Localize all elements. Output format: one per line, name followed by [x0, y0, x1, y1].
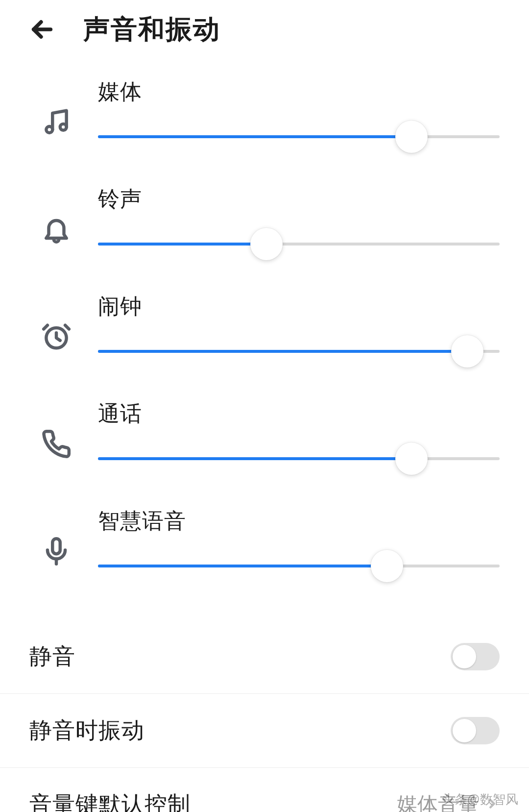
volume-key-default-label: 音量键默认控制 [29, 789, 191, 812]
alarm-clock-icon [29, 321, 83, 352]
slider-thumb[interactable] [371, 550, 403, 582]
alarm-volume-body: 闹钟 [83, 292, 500, 361]
media-volume-label: 媒体 [98, 77, 500, 106]
alarm-volume-row: 闹钟 [0, 283, 529, 391]
voice-assistant-volume-label: 智慧语音 [98, 507, 500, 536]
toggle-knob [453, 719, 476, 742]
slider-thumb[interactable] [250, 228, 283, 260]
settings-list: 静音 静音时振动 音量键默认控制 媒体音量 [0, 620, 529, 812]
sound-and-vibration-page: 声音和振动 媒体 铃声 [0, 0, 529, 812]
voice-assistant-volume-row: 智慧语音 [0, 498, 529, 605]
arrow-left-icon [29, 17, 55, 42]
music-note-icon [29, 107, 83, 137]
alarm-volume-label: 闹钟 [98, 292, 500, 321]
microphone-icon [29, 536, 83, 566]
volume-sliders-section: 媒体 铃声 闹钟 [0, 59, 529, 605]
media-volume-row: 媒体 [0, 69, 529, 176]
media-volume-slider[interactable] [98, 127, 500, 147]
svg-point-1 [46, 126, 52, 133]
ringtone-volume-row: 铃声 [0, 176, 529, 283]
ringtone-volume-body: 铃声 [83, 185, 500, 254]
call-volume-slider[interactable] [98, 449, 500, 468]
ringtone-volume-slider[interactable] [98, 234, 500, 254]
back-button[interactable] [29, 10, 69, 49]
header: 声音和振动 [0, 0, 529, 59]
toggle-knob [453, 645, 476, 668]
alarm-volume-slider[interactable] [98, 342, 500, 361]
mute-toggle[interactable] [451, 643, 500, 670]
phone-icon [29, 429, 83, 459]
ringtone-volume-label: 铃声 [98, 185, 500, 214]
bell-icon [29, 214, 83, 245]
page-title: 声音和振动 [83, 12, 220, 48]
watermark-text: 头条@数智风 [442, 791, 518, 808]
slider-thumb[interactable] [451, 335, 483, 368]
call-volume-label: 通话 [98, 399, 500, 428]
call-volume-row: 通话 [0, 391, 529, 498]
vibrate-on-mute-row[interactable]: 静音时振动 [0, 693, 529, 767]
slider-thumb[interactable] [395, 121, 428, 153]
vibrate-on-mute-toggle[interactable] [451, 717, 500, 744]
vibrate-on-mute-label: 静音时振动 [29, 715, 144, 746]
svg-point-2 [60, 123, 67, 130]
media-volume-body: 媒体 [83, 77, 500, 147]
slider-thumb[interactable] [395, 443, 428, 475]
mute-label: 静音 [29, 641, 75, 672]
voice-assistant-volume-slider[interactable] [98, 556, 500, 576]
voice-assistant-volume-body: 智慧语音 [83, 507, 500, 576]
svg-rect-4 [52, 539, 60, 554]
mute-row[interactable]: 静音 [0, 620, 529, 693]
call-volume-body: 通话 [83, 399, 500, 468]
